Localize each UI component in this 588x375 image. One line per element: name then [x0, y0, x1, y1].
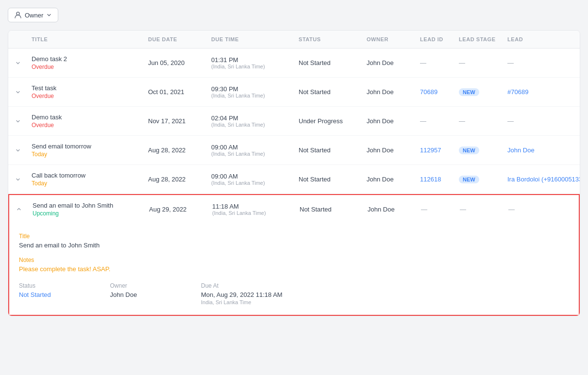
lead-5[interactable]: Ira Bordoloi (+916000513371): [504, 172, 580, 187]
owner-5: John Doe: [363, 172, 416, 187]
col-lead-stage: LEAD STAGE: [455, 34, 504, 44]
lead-stage-6: —: [456, 202, 504, 217]
owner-button-label: Owner: [25, 12, 43, 19]
col-lead: LEAD: [504, 34, 580, 44]
col-lead-id: LEAD ID: [416, 34, 455, 44]
person-icon: [14, 11, 22, 19]
due-time-6: 11:18 AM (India, Sri Lanka Time): [208, 199, 296, 220]
detail-status-value: Not Started: [19, 291, 102, 298]
detail-status-label: Status: [19, 282, 102, 289]
table-row-expanded: Send an email to John Smith Upcoming Aug…: [8, 194, 580, 223]
owner-2: John Doe: [363, 84, 416, 99]
task-title-2: Test task Overdue: [28, 81, 144, 103]
table-row: Demo task 2 Overdue Jun 05, 2020 01:31 P…: [8, 49, 580, 78]
due-time-4: 09:00 AM (India, Sri Lanka Time): [207, 140, 295, 161]
due-date-3: Nov 17, 2021: [144, 114, 207, 129]
lead-id-5[interactable]: 112618: [416, 172, 455, 187]
detail-due-value: Mon, Aug 29, 2022 11:18 AM: [201, 291, 285, 298]
detail-bottom-section: Status Not Started Owner John Doe Due At…: [19, 282, 285, 305]
detail-notes-value: Please complete the task! ASAP.: [19, 265, 285, 273]
lead-2[interactable]: #70689: [504, 84, 580, 99]
detail-due-sub: India, Sri Lanka Time: [201, 299, 285, 305]
task-title-3: Demo task Overdue: [28, 110, 144, 132]
detail-right-panel: [294, 233, 570, 305]
detail-notes-label: Notes: [19, 257, 285, 263]
due-time-3: 02:04 PM (India, Sri Lanka Time): [207, 111, 295, 131]
due-time-5: 09:00 AM (India, Sri Lanka Time): [207, 169, 295, 190]
status-6: Not Started: [296, 202, 364, 217]
lead-id-6: —: [417, 202, 456, 217]
task-title-4: Send email tomorrow Today: [28, 139, 144, 162]
status-3: Under Progress: [295, 114, 363, 129]
owner-1: John Doe: [363, 55, 416, 70]
task-title-1: Demo task 2 Overdue: [28, 51, 144, 74]
expand-icon-1[interactable]: [8, 58, 28, 68]
lead-6: —: [504, 202, 580, 217]
lead-stage-1: —: [455, 55, 504, 70]
lead-id-4[interactable]: 112957: [416, 143, 455, 158]
detail-due-field: Due At Mon, Aug 29, 2022 11:18 AM India,…: [201, 282, 285, 305]
detail-due-label: Due At: [201, 282, 285, 289]
due-date-4: Aug 28, 2022: [144, 143, 207, 158]
expand-icon-6[interactable]: [9, 204, 29, 214]
table-row: Test task Overdue Oct 01, 2021 09:30 PM …: [8, 78, 580, 107]
due-date-5: Aug 28, 2022: [144, 172, 207, 187]
expand-icon-4[interactable]: [8, 145, 28, 156]
expand-icon-3[interactable]: [8, 116, 28, 127]
detail-status-field: Status Not Started: [19, 282, 102, 305]
task-title-5: Call back tomorrow Today: [28, 168, 144, 191]
lead-id-2[interactable]: 70689: [416, 84, 455, 99]
tasks-table: TITLE DUE DATE DUE TIME STATUS OWNER LEA…: [8, 30, 580, 316]
detail-owner-value: John Doe: [110, 291, 194, 298]
lead-stage-5: NEW: [455, 172, 504, 187]
detail-title-value: Send an email to John Smith: [19, 242, 285, 249]
due-time-2: 09:30 PM (India, Sri Lanka Time): [207, 82, 295, 102]
lead-id-3: —: [416, 114, 455, 129]
lead-stage-2: NEW: [455, 84, 504, 100]
expand-icon-5[interactable]: [8, 174, 28, 185]
detail-title-label: Title: [19, 233, 285, 240]
due-date-6: Aug 29, 2022: [145, 202, 208, 217]
due-time-1: 01:31 PM (India, Sri Lanka Time): [207, 52, 295, 73]
due-date-1: Jun 05, 2020: [144, 55, 207, 70]
page-container: Owner TITLE DUE DATE DUE TIME STATUS OWN…: [0, 0, 588, 375]
due-date-2: Oct 01, 2021: [144, 84, 207, 99]
detail-left-panel: Title Send an email to John Smith Notes …: [19, 233, 294, 305]
chevron-down-icon: [46, 12, 52, 18]
task-title-6: Send an email to John Smith Upcoming: [29, 198, 145, 221]
lead-1: —: [504, 55, 580, 70]
table-header: TITLE DUE DATE DUE TIME STATUS OWNER LEA…: [8, 31, 580, 49]
lead-stage-4: NEW: [455, 143, 504, 158]
col-status: STATUS: [295, 34, 363, 44]
owner-3: John Doe: [363, 114, 416, 129]
col-due-date: DUE DATE: [144, 34, 207, 44]
lead-id-1: —: [416, 55, 455, 70]
lead-4[interactable]: John Doe: [504, 143, 580, 158]
owner-4: John Doe: [363, 143, 416, 158]
table-row: Send email tomorrow Today Aug 28, 2022 0…: [8, 136, 580, 165]
svg-point-0: [17, 12, 19, 15]
status-4: Not Started: [295, 143, 363, 158]
owner-button[interactable]: Owner: [8, 8, 58, 22]
detail-owner-field: Owner John Doe: [110, 282, 194, 305]
col-due-time: DUE TIME: [207, 34, 295, 44]
col-expand: [8, 34, 28, 44]
status-2: Not Started: [295, 84, 363, 99]
owner-6: John Doe: [364, 202, 417, 217]
expanded-detail-panel: Title Send an email to John Smith Notes …: [8, 223, 580, 316]
lead-3: —: [504, 114, 580, 129]
col-title: TITLE: [28, 34, 144, 44]
detail-owner-label: Owner: [110, 282, 194, 289]
table-row: Demo task Overdue Nov 17, 2021 02:04 PM …: [8, 107, 580, 136]
expand-icon-2[interactable]: [8, 87, 28, 98]
table-row: Call back tomorrow Today Aug 28, 2022 09…: [8, 165, 580, 194]
status-5: Not Started: [295, 172, 363, 187]
status-1: Not Started: [295, 55, 363, 70]
lead-stage-3: —: [455, 114, 504, 129]
col-owner: OWNER: [363, 34, 416, 44]
